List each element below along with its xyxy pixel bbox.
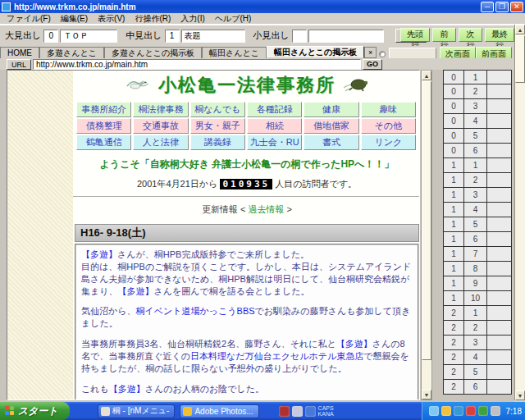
tray-icon[interactable] — [466, 406, 476, 416]
tab-4[interactable]: 幅田さんとこ — [202, 47, 267, 58]
scrollbar-thumb[interactable] — [515, 35, 525, 83]
row-nav-button-4[interactable]: 最終行 — [485, 28, 514, 42]
table-row[interactable]: 13 — [443, 188, 512, 203]
inline-link[interactable]: 【多遊】 — [118, 286, 154, 296]
menu-link[interactable]: 交通事故 — [133, 118, 188, 134]
menu-link[interactable]: 人と法律 — [133, 135, 188, 150]
table-row[interactable]: 21 — [443, 306, 512, 321]
menu-link[interactable]: 各種記録 — [247, 102, 302, 117]
row-nav-button-1[interactable]: 先頭行 — [400, 28, 430, 42]
menu-link[interactable]: 桐なんでも — [190, 102, 245, 117]
task-button-label: 桐 - [nMメニュ- — [112, 405, 170, 417]
menu-item-6[interactable]: ヘルプ(H) — [211, 13, 256, 25]
tab-5[interactable]: 幅田さんとこの掲示板 — [267, 46, 364, 58]
table-row[interactable]: 05 — [443, 129, 512, 144]
minimize-button[interactable]: ─ — [481, 2, 494, 12]
small-heading-number-input[interactable] — [292, 30, 307, 43]
url-input[interactable] — [33, 59, 361, 70]
menu-link[interactable]: その他 — [361, 118, 416, 134]
window-scrollbar[interactable]: ▲ ▼ — [514, 25, 525, 400]
menu-link[interactable]: 男女・親子 — [190, 118, 245, 134]
table-row[interactable]: 03 — [443, 99, 512, 114]
tray-icon[interactable] — [441, 406, 451, 416]
table-row[interactable]: 25 — [443, 365, 512, 380]
help-icon[interactable] — [305, 406, 316, 417]
tab-2[interactable]: 多遊さんとこ — [39, 47, 104, 58]
row-nav-button-2[interactable]: 前行 — [432, 28, 456, 42]
menu-item-1[interactable]: ファイル(F) — [2, 13, 55, 25]
table-row[interactable]: 19 — [443, 276, 512, 291]
past-info-link[interactable]: 過去情報 — [249, 204, 285, 214]
scrollbar-thumb[interactable] — [422, 81, 431, 360]
tray-icon[interactable] — [454, 406, 463, 416]
table-row[interactable]: 22 — [443, 321, 512, 336]
inline-link[interactable]: 【多遊】 — [336, 339, 372, 349]
inline-link[interactable]: 【多遊】 — [81, 249, 117, 259]
mid-heading-number-input[interactable] — [165, 30, 180, 43]
keyboard-icon[interactable] — [292, 406, 303, 417]
table-row[interactable]: 15 — [443, 217, 512, 232]
large-heading-number-input[interactable] — [43, 30, 58, 43]
content-scrollbar[interactable]: ▲ ▼ — [421, 70, 432, 400]
menu-link[interactable]: 借地借家 — [304, 118, 358, 134]
menu-link[interactable]: 九士会・RU — [247, 135, 302, 150]
menu-link[interactable]: 桐法律事務 — [133, 102, 188, 117]
menu-item-4[interactable]: 行操作(R) — [130, 13, 175, 25]
menu-link[interactable]: 債務整理 — [76, 118, 131, 134]
table-row[interactable]: 16 — [443, 232, 512, 247]
table-row[interactable]: 26 — [443, 380, 512, 395]
tab-1[interactable]: HOME — [0, 47, 39, 58]
scroll-down-icon[interactable]: ▼ — [515, 390, 525, 400]
kiri-app-icon[interactable] — [279, 406, 290, 417]
tray-icon[interactable] — [429, 406, 439, 416]
close-button[interactable]: ✕ — [510, 2, 523, 12]
menu-link[interactable]: 相続 — [247, 118, 302, 134]
table-row[interactable]: 04 — [443, 114, 512, 129]
desktop: http://www.trkm.co.jp/main.htm ─ ❐ ✕ ファイ… — [0, 0, 525, 420]
task-button-1[interactable]: 桐 - [nMメニュ- — [98, 404, 176, 418]
table-row[interactable]: 110 — [443, 291, 512, 306]
menu-link[interactable]: 書式 — [304, 135, 358, 150]
welcome-message: ようこそ「自称桐大好き 弁護士小松亀一の桐で作ったHPへ！！」 — [73, 158, 420, 171]
menu-row-3: 鶴亀通信人と法律講義録九士会・RU書式リンク — [76, 135, 418, 150]
inline-link[interactable]: 日本料理なだ万仙台エクセルホテル東急店 — [190, 351, 363, 361]
row-nav-button-3[interactable]: 次行 — [459, 28, 482, 42]
tab-3[interactable]: 多遊さんとこの掲示板 — [104, 47, 202, 58]
table-row[interactable]: 06 — [443, 144, 512, 158]
table-row[interactable]: 17 — [443, 247, 512, 262]
table-row[interactable]: 12 — [443, 173, 512, 188]
table-row[interactable]: 23 — [443, 336, 512, 350]
table-row[interactable]: 02 — [443, 84, 512, 99]
menu-link[interactable]: 事務所紹介 — [76, 102, 131, 117]
mid-heading-value-input[interactable] — [181, 30, 245, 43]
inline-link[interactable]: 桐イベント道場かっこうBBS — [136, 306, 255, 316]
table-row[interactable]: 01 — [443, 70, 512, 84]
scroll-up-icon[interactable]: ▲ — [422, 71, 431, 80]
tray-icon[interactable] — [478, 406, 488, 416]
table-row[interactable]: 24 — [443, 350, 512, 365]
task-button-2[interactable]: Adobe Photos... — [180, 404, 258, 418]
table-row[interactable]: 14 — [443, 203, 512, 217]
tab-close-button[interactable]: × — [364, 47, 377, 58]
table-row[interactable]: 18 — [443, 262, 512, 276]
menu-link[interactable]: 趣味 — [361, 102, 416, 117]
tray-icon[interactable] — [491, 406, 500, 416]
radio-indicator[interactable] — [379, 51, 386, 57]
scroll-down-icon[interactable]: ▼ — [422, 390, 431, 399]
menu-link[interactable]: 鶴亀通信 — [76, 135, 131, 150]
title-bar[interactable]: http://www.trkm.co.jp/main.htm ─ ❐ ✕ — [0, 0, 525, 13]
inline-link[interactable]: 【多遊】 — [109, 384, 145, 394]
menu-link[interactable]: 講義録 — [190, 135, 245, 150]
scroll-up-icon[interactable]: ▲ — [515, 25, 525, 34]
start-button[interactable]: スタート — [0, 402, 70, 420]
menu-item-5[interactable]: 入力(I) — [176, 13, 208, 25]
go-button[interactable]: GO — [363, 59, 382, 70]
menu-item-3[interactable]: 表示(V) — [94, 13, 129, 25]
maximize-button[interactable]: ❐ — [495, 2, 509, 12]
table-row[interactable]: 11 — [443, 158, 512, 173]
large-heading-value-input[interactable] — [60, 30, 117, 43]
menu-link[interactable]: 健康 — [304, 102, 358, 117]
menu-link[interactable]: リンク — [361, 135, 416, 150]
menu-item-2[interactable]: 編集(E) — [57, 13, 92, 25]
small-heading-value-input[interactable] — [308, 30, 384, 43]
